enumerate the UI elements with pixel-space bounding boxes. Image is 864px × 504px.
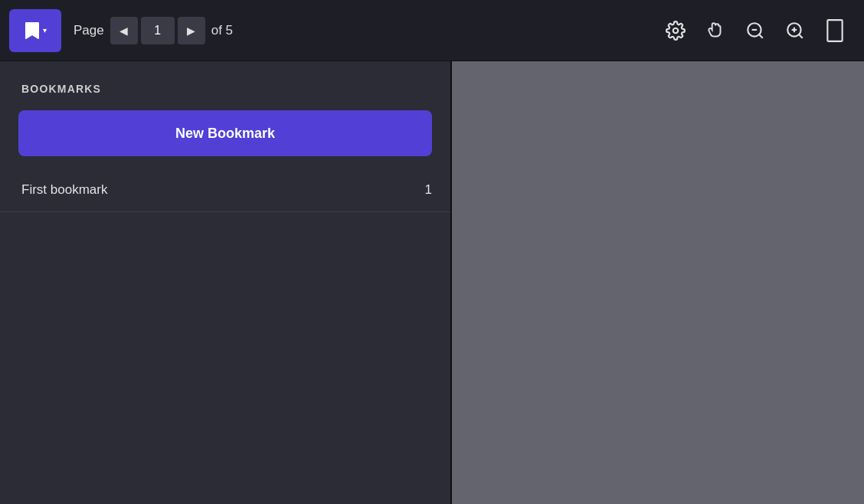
- page-number-input[interactable]: [141, 17, 175, 44]
- zoom-out-icon: [745, 21, 765, 41]
- page-view-icon: [825, 19, 845, 42]
- pan-tool-button[interactable]: [695, 11, 735, 51]
- svg-line-5: [799, 34, 803, 38]
- page-total: of 5: [211, 23, 233, 38]
- toolbar: ▾ Page ◀ ▶ of 5: [0, 0, 864, 61]
- new-bookmark-button[interactable]: New Bookmark: [18, 110, 432, 156]
- zoom-out-button[interactable]: [735, 11, 775, 51]
- next-page-button[interactable]: ▶: [178, 17, 205, 44]
- page-navigation: ◀ ▶: [110, 17, 205, 44]
- prev-page-button[interactable]: ◀: [110, 17, 138, 44]
- hand-icon: [705, 21, 725, 41]
- list-item[interactable]: First bookmark 1: [0, 169, 450, 212]
- bookmark-list: First bookmark 1: [0, 169, 450, 504]
- bookmark-icon: [25, 21, 40, 40]
- bookmark-name: First bookmark: [21, 182, 107, 198]
- chevron-down-icon: ▾: [43, 26, 47, 34]
- svg-rect-8: [827, 20, 842, 41]
- pdf-viewer-area: [452, 61, 864, 504]
- page-view-button[interactable]: [815, 11, 855, 51]
- zoom-in-icon: [785, 21, 805, 41]
- page-label: Page: [74, 23, 104, 38]
- main-content: BOOKMARKS New Bookmark First bookmark 1: [0, 61, 864, 504]
- svg-line-2: [759, 34, 763, 38]
- bookmark-page: 1: [425, 182, 432, 198]
- bookmark-panel-button[interactable]: ▾: [9, 9, 61, 52]
- gear-icon: [666, 21, 686, 41]
- svg-point-0: [673, 28, 679, 33]
- settings-button[interactable]: [656, 11, 695, 51]
- bookmarks-sidebar: BOOKMARKS New Bookmark First bookmark 1: [0, 61, 452, 504]
- zoom-in-button[interactable]: [775, 11, 815, 51]
- bookmarks-title: BOOKMARKS: [0, 61, 450, 107]
